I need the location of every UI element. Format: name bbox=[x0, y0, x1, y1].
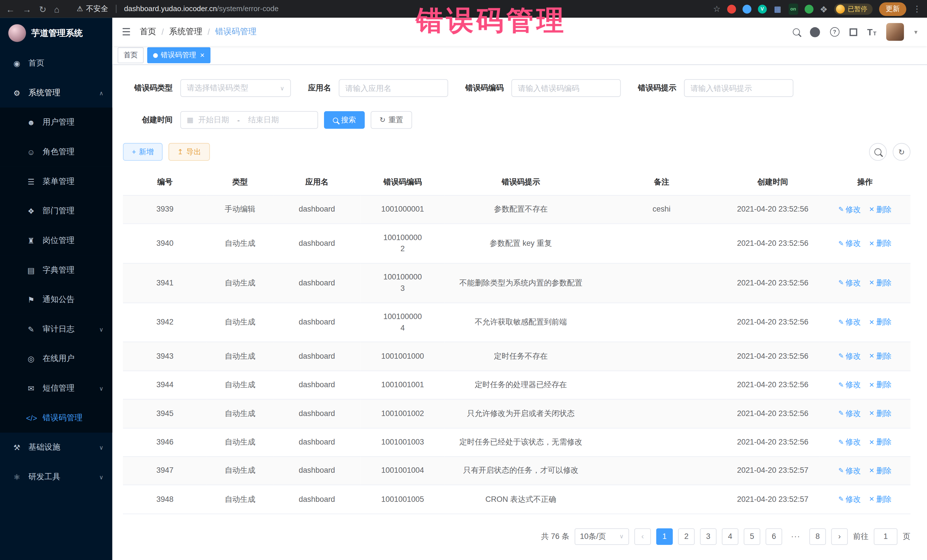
extensions-puzzle-icon[interactable]: ❖ bbox=[820, 5, 828, 14]
extension-icon-green[interactable] bbox=[804, 5, 813, 14]
app-name-input[interactable] bbox=[339, 79, 448, 97]
delete-link[interactable]: ✕删除 bbox=[869, 204, 891, 215]
export-button[interactable]: ↥ 导出 bbox=[169, 143, 210, 161]
delete-link[interactable]: ✕删除 bbox=[869, 238, 891, 249]
sidebar-item[interactable]: ◎ 在线用户 bbox=[0, 344, 112, 373]
view-tab[interactable]: 错误码管理 bbox=[147, 47, 211, 63]
delete-link[interactable]: ✕删除 bbox=[869, 351, 891, 362]
extension-icon-red[interactable] bbox=[727, 5, 736, 14]
edit-link[interactable]: ✎修改 bbox=[838, 238, 861, 249]
page-size-select[interactable]: 10条/页 ∨ bbox=[575, 528, 629, 545]
menu-item-label: 审计日志 bbox=[43, 324, 74, 334]
search-icon[interactable] bbox=[793, 28, 800, 35]
security-indicator[interactable]: ⚠ 不安全 bbox=[77, 4, 108, 14]
user-avatar[interactable] bbox=[886, 23, 904, 41]
page-button[interactable]: 3 bbox=[700, 528, 716, 545]
page-button[interactable]: 8 bbox=[810, 528, 826, 545]
edit-link[interactable]: ✎修改 bbox=[838, 437, 861, 448]
extension-icon-grid[interactable]: ▦ bbox=[773, 5, 782, 14]
search-button[interactable]: 搜索 bbox=[324, 111, 365, 129]
update-button[interactable]: 更新 bbox=[879, 2, 906, 16]
edit-link[interactable]: ✎修改 bbox=[838, 408, 861, 419]
column-header[interactable]: 编号 bbox=[123, 169, 207, 195]
reset-button[interactable]: ↻ 重置 bbox=[371, 111, 412, 129]
page-button[interactable]: 2 bbox=[678, 528, 694, 545]
delete-link[interactable]: ✕删除 bbox=[869, 437, 891, 448]
browser-menu-icon[interactable]: ⋮ bbox=[913, 5, 921, 13]
avatar-caret-icon[interactable]: ▾ bbox=[914, 28, 917, 36]
sidebar-item[interactable]: ♜ 岗位管理 bbox=[0, 226, 112, 255]
sidebar-item[interactable]: ⚑ 通知公告 bbox=[0, 285, 112, 314]
sidebar-item[interactable]: </> 错误码管理 bbox=[0, 403, 112, 433]
edit-link[interactable]: ✎修改 bbox=[838, 351, 861, 362]
column-header[interactable]: 创建时间 bbox=[726, 169, 819, 195]
extension-icon-teal[interactable]: V bbox=[758, 5, 767, 14]
extension-icon-blue[interactable] bbox=[742, 5, 751, 14]
font-size-icon[interactable] bbox=[867, 27, 876, 37]
add-button[interactable]: + 新增 bbox=[123, 143, 163, 161]
delete-link[interactable]: ✕删除 bbox=[869, 494, 891, 505]
address-url[interactable]: dashboard.yudao.iocoder.cn/system/error-… bbox=[124, 5, 279, 13]
home-icon[interactable]: ⌂ bbox=[54, 5, 59, 14]
edit-link[interactable]: ✎修改 bbox=[838, 494, 861, 505]
page-button[interactable]: ··· bbox=[787, 528, 804, 545]
edit-link[interactable]: ✎修改 bbox=[838, 379, 861, 391]
page-button[interactable]: 4 bbox=[722, 528, 739, 545]
hamburger-icon[interactable]: ☰ bbox=[122, 26, 131, 38]
prev-page-button[interactable]: ‹ bbox=[634, 528, 651, 545]
profile-chip[interactable]: 已暂停 bbox=[834, 3, 873, 14]
edit-link[interactable]: ✎修改 bbox=[838, 278, 861, 289]
reload-icon[interactable]: ↻ bbox=[39, 5, 47, 14]
column-header[interactable]: 应用名 bbox=[273, 169, 361, 195]
view-tab[interactable]: 首页 bbox=[117, 47, 143, 63]
delete-link[interactable]: ✕删除 bbox=[869, 379, 891, 391]
fullscreen-icon[interactable] bbox=[849, 28, 857, 36]
delete-link[interactable]: ✕删除 bbox=[869, 317, 891, 328]
extension-icon-on-badge[interactable]: on bbox=[789, 3, 798, 14]
edit-link[interactable]: ✎修改 bbox=[838, 317, 861, 328]
goto-page-input[interactable] bbox=[874, 528, 897, 545]
date-range-picker[interactable]: ▦ 开始日期 - 结束日期 bbox=[180, 111, 318, 129]
delete-link[interactable]: ✕删除 bbox=[869, 465, 891, 477]
app-logo[interactable]: 芋道管理系统 bbox=[0, 18, 112, 49]
sidebar-item[interactable]: ☻ 用户管理 bbox=[0, 108, 112, 137]
forward-icon[interactable]: → bbox=[23, 5, 31, 14]
back-icon[interactable]: ← bbox=[6, 5, 15, 14]
delete-link[interactable]: ✕删除 bbox=[869, 408, 891, 419]
column-header[interactable]: 操作 bbox=[819, 169, 910, 195]
error-type-select[interactable]: 请选择错误码类型 ∨ bbox=[180, 79, 291, 97]
sidebar-item[interactable]: ⚛ 研发工具 ∨ bbox=[0, 462, 112, 492]
sidebar-item[interactable]: ❖ 部门管理 bbox=[0, 196, 112, 226]
refresh-table-button[interactable]: ↻ bbox=[893, 143, 910, 161]
sidebar-item[interactable]: ✉ 短信管理 ∨ bbox=[0, 373, 112, 403]
error-code-input[interactable] bbox=[511, 79, 621, 97]
toggle-search-button[interactable] bbox=[869, 143, 887, 161]
sidebar-item[interactable]: ▤ 字典管理 bbox=[0, 255, 112, 285]
sidebar-item[interactable]: ✎ 审计日志 ∨ bbox=[0, 314, 112, 344]
page-button[interactable]: 5 bbox=[744, 528, 760, 545]
sidebar-item[interactable]: ☰ 菜单管理 bbox=[0, 167, 112, 196]
column-header[interactable]: 错误码提示 bbox=[445, 169, 597, 195]
error-hint-input[interactable] bbox=[684, 79, 793, 97]
help-icon[interactable] bbox=[830, 27, 839, 36]
page-button[interactable]: 1 bbox=[656, 528, 673, 545]
breadcrumb-item[interactable]: 首页 bbox=[140, 27, 156, 37]
sidebar-item[interactable]: ◉ 首页 bbox=[0, 49, 112, 78]
next-page-button[interactable]: › bbox=[831, 528, 848, 545]
tab-close-icon[interactable] bbox=[200, 52, 205, 58]
github-icon[interactable] bbox=[810, 27, 820, 37]
column-header[interactable]: 类型 bbox=[207, 169, 273, 195]
sidebar-item[interactable]: ⚒ 基础设施 ∨ bbox=[0, 433, 112, 462]
column-header[interactable]: 错误码编码 bbox=[360, 169, 444, 195]
column-header[interactable]: 备注 bbox=[597, 169, 726, 195]
delete-link[interactable]: ✕删除 bbox=[869, 278, 891, 289]
page-button[interactable]: 6 bbox=[766, 528, 782, 545]
breadcrumb-item[interactable]: 错误码管理 bbox=[215, 27, 257, 37]
sidebar-item[interactable]: ⚙ 系统管理 ∧ bbox=[0, 78, 112, 108]
warning-icon: ⚠ bbox=[77, 5, 83, 13]
breadcrumb-item[interactable]: 系统管理 bbox=[169, 27, 202, 37]
edit-link[interactable]: ✎修改 bbox=[838, 465, 861, 477]
bookmark-star-icon[interactable]: ☆ bbox=[713, 5, 720, 13]
edit-link[interactable]: ✎修改 bbox=[838, 204, 861, 215]
sidebar-item[interactable]: ☺ 角色管理 bbox=[0, 137, 112, 167]
